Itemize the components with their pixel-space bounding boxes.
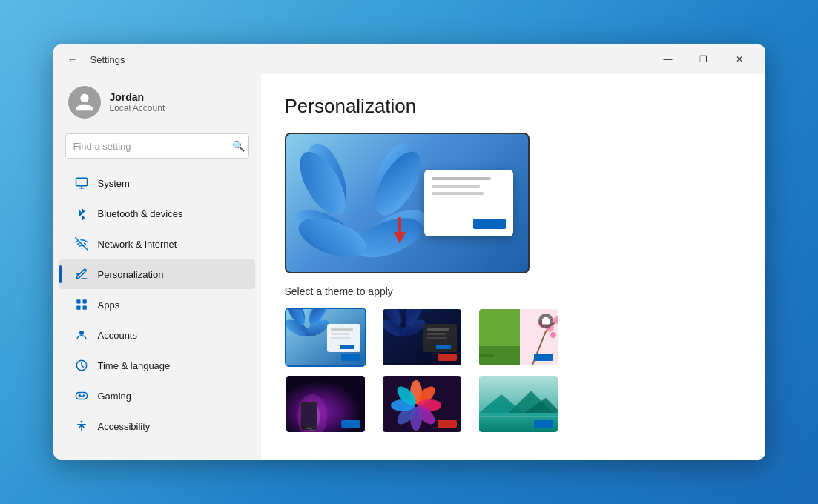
svg-rect-51 xyxy=(479,354,494,357)
user-type: Local Account xyxy=(110,103,165,113)
theme-thumb-teal[interactable] xyxy=(478,374,559,434)
svg-rect-5 xyxy=(82,306,86,310)
search-icon-button[interactable]: 🔍 xyxy=(232,140,245,152)
svg-point-6 xyxy=(79,331,84,335)
sidebar-nav: System Bluetooth & devices Network & int… xyxy=(53,168,261,442)
svg-rect-3 xyxy=(82,299,86,303)
theme-thumb-bloom[interactable] xyxy=(381,374,463,434)
sidebar-item-accounts-label: Accounts xyxy=(98,330,137,341)
personalization-icon xyxy=(74,267,89,282)
theme-badge-4 xyxy=(341,420,360,428)
theme-thumb-windows-light[interactable] xyxy=(285,308,366,367)
user-name: Jordan xyxy=(110,91,165,103)
sidebar-item-bluetooth[interactable]: Bluetooth & devices xyxy=(59,199,255,228)
theme-badge-1 xyxy=(341,354,360,361)
svg-rect-41 xyxy=(436,345,451,349)
svg-rect-58 xyxy=(306,428,312,429)
sidebar-item-accounts[interactable]: Accounts xyxy=(59,320,255,350)
back-button[interactable]: ← xyxy=(62,49,83,70)
gaming-icon xyxy=(74,388,89,403)
sidebar-item-accessibility[interactable]: Accessibility xyxy=(59,411,255,441)
sidebar-item-network-label: Network & internet xyxy=(98,239,177,250)
svg-rect-29 xyxy=(340,345,354,349)
title-bar-controls: — ❐ ✕ xyxy=(651,47,756,71)
main-content: Personalization xyxy=(261,74,765,460)
search-input[interactable] xyxy=(65,133,249,159)
svg-rect-27 xyxy=(331,333,349,335)
sidebar-item-gaming[interactable]: Gaming xyxy=(59,381,255,411)
theme-preview xyxy=(285,133,530,273)
theme-badge-5 xyxy=(438,420,457,428)
search-box: 🔍 xyxy=(65,133,249,159)
title-bar: ← Settings — ❐ ✕ xyxy=(53,44,765,74)
accounts-icon xyxy=(74,328,89,342)
minimize-button[interactable]: — xyxy=(651,47,685,71)
title-bar-left: ← Settings xyxy=(62,49,651,70)
sidebar-item-bluetooth-label: Bluetooth & devices xyxy=(98,208,183,219)
svg-rect-0 xyxy=(76,178,87,186)
sidebar-item-accessibility-label: Accessibility xyxy=(98,421,151,432)
theme-badge-2 xyxy=(438,354,457,361)
sidebar-item-system-label: System xyxy=(98,178,130,189)
svg-point-49 xyxy=(550,332,556,338)
system-icon xyxy=(74,176,89,190)
svg-rect-38 xyxy=(427,328,449,331)
sidebar-item-network[interactable]: Network & internet xyxy=(59,229,255,259)
sidebar-item-gaming-label: Gaming xyxy=(98,391,132,402)
bluetooth-icon xyxy=(74,206,89,221)
user-section: Jordan Local Account xyxy=(53,74,261,130)
time-icon xyxy=(74,358,89,373)
title-bar-title: Settings xyxy=(90,54,125,65)
theme-badge-6 xyxy=(534,420,553,428)
theme-grid xyxy=(285,308,567,434)
preview-dialog-button xyxy=(473,219,506,229)
svg-point-9 xyxy=(80,421,82,423)
network-icon xyxy=(74,236,89,251)
theme-thumb-glow[interactable] xyxy=(285,374,366,434)
maximize-button[interactable]: ❐ xyxy=(687,47,721,71)
sidebar-item-time-label: Time & language xyxy=(98,360,171,371)
preview-dialog xyxy=(424,170,513,236)
sidebar-item-system[interactable]: System xyxy=(59,168,255,198)
close-button[interactable]: ✕ xyxy=(722,47,756,71)
svg-rect-2 xyxy=(76,299,80,303)
theme-section-label: Select a theme to apply xyxy=(285,285,742,297)
svg-rect-39 xyxy=(427,333,446,335)
sidebar: Jordan Local Account 🔍 System xyxy=(53,74,261,460)
theme-thumb-windows-dark[interactable] xyxy=(381,308,463,367)
sidebar-item-personalization[interactable]: Personalization xyxy=(59,259,255,289)
avatar xyxy=(68,86,101,119)
svg-point-1 xyxy=(76,273,79,276)
page-title: Personalization xyxy=(285,95,742,118)
theme-thumb-nature[interactable] xyxy=(478,308,559,367)
svg-rect-28 xyxy=(331,337,351,339)
preview-wallpaper xyxy=(294,142,442,268)
svg-rect-40 xyxy=(427,337,447,339)
theme-badge-3 xyxy=(534,354,553,361)
accessibility-icon xyxy=(74,419,89,434)
svg-rect-4 xyxy=(76,306,80,310)
settings-window: ← Settings — ❐ ✕ Jordan Local Account xyxy=(53,44,765,460)
svg-rect-26 xyxy=(331,328,353,331)
sidebar-item-apps-label: Apps xyxy=(98,299,120,311)
theme-camera-badge xyxy=(538,314,553,328)
window-body: Jordan Local Account 🔍 System xyxy=(53,74,765,460)
apps-icon xyxy=(74,297,89,312)
sidebar-item-time[interactable]: Time & language xyxy=(59,351,255,380)
sidebar-item-apps[interactable]: Apps xyxy=(59,290,255,319)
svg-rect-57 xyxy=(303,404,316,425)
sidebar-item-personalization-label: Personalization xyxy=(98,269,164,280)
user-info: Jordan Local Account xyxy=(110,91,165,113)
